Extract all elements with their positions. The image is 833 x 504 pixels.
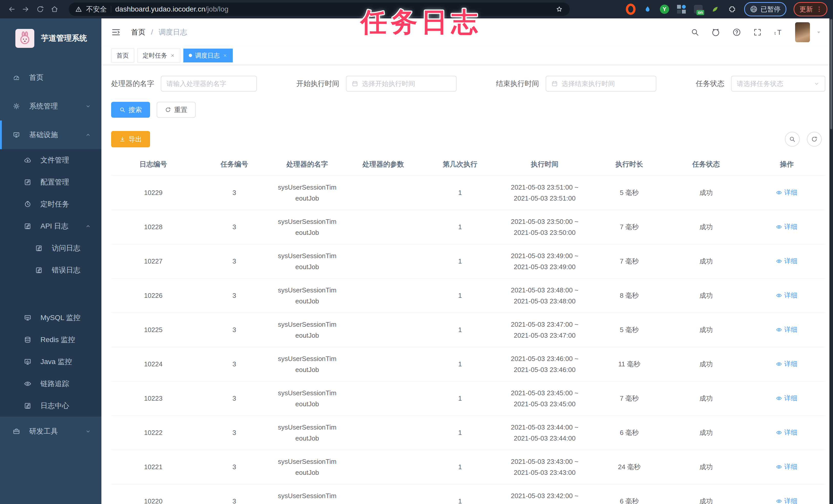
tab-home[interactable]: 首页: [111, 49, 134, 62]
filter-group-begin-time: 开始执行时间选择开始执行时间: [296, 76, 457, 92]
tab-job-log[interactable]: 调度日志: [183, 49, 233, 62]
detail-link[interactable]: 详细: [776, 291, 798, 300]
cell-task-id: 3: [195, 279, 273, 313]
ext-leaf-icon[interactable]: [710, 4, 720, 14]
cell-status: 成功: [664, 416, 748, 450]
reload-icon[interactable]: [34, 3, 46, 15]
paused-label: 已暂停: [761, 5, 781, 14]
tab-close-icon[interactable]: [223, 53, 228, 58]
cell-action: 详细: [748, 347, 825, 381]
sidebar-item-log-center[interactable]: 日志中心: [0, 395, 101, 417]
sidebar-item-scheduled-tasks[interactable]: 定时任务: [0, 193, 101, 215]
sidebar-item-api-logs[interactable]: API 日志: [0, 215, 101, 237]
search-button[interactable]: 搜索: [111, 102, 150, 118]
ext-blue-drop-icon[interactable]: [643, 4, 652, 14]
scrollbar-thumb[interactable]: [830, 19, 832, 129]
breadcrumb-separator: /: [151, 28, 153, 36]
detail-link[interactable]: 详细: [776, 394, 798, 403]
detail-link-label: 详细: [784, 428, 798, 437]
sidebar-item-mysql-monitor[interactable]: MySQL 监控: [0, 307, 101, 329]
svg-text:T: T: [777, 29, 781, 36]
ext-on-badge-icon[interactable]: on: [693, 4, 703, 14]
github-icon[interactable]: [711, 28, 720, 37]
reset-button[interactable]: 重置: [157, 102, 196, 118]
detail-link[interactable]: 详细: [776, 325, 798, 334]
detail-link[interactable]: 详细: [776, 462, 798, 471]
help-icon[interactable]: [732, 28, 741, 37]
sidebar-item-config-mgmt[interactable]: 配置管理: [0, 171, 101, 193]
export-button[interactable]: 导出: [111, 131, 150, 147]
column-header: 处理器的参数: [341, 153, 425, 176]
cell-status: 成功: [664, 484, 748, 504]
submenu-gap: [0, 281, 101, 307]
detail-link[interactable]: 详细: [776, 188, 798, 197]
cell-handler: sysUserSessionTimeoutJob: [273, 416, 341, 450]
search-icon[interactable]: [691, 28, 699, 36]
home-icon[interactable]: [49, 3, 61, 15]
sidebar-item-infrastructure[interactable]: 基础设施: [0, 121, 101, 149]
cell-log-id: 10222: [111, 416, 195, 450]
sidebar-item-access-logs[interactable]: 访问日志: [0, 237, 101, 259]
view-eye-icon: [776, 327, 782, 333]
tab-scheduled-tasks[interactable]: 定时任务: [137, 49, 180, 62]
forward-icon[interactable]: [20, 3, 32, 15]
font-size-icon[interactable]: tT: [774, 27, 783, 37]
fullscreen-icon-glyph: [753, 28, 762, 36]
fullscreen-icon[interactable]: [753, 28, 762, 36]
sidebar-item-trace[interactable]: 链路追踪: [0, 373, 101, 395]
sidebar-item-file-mgmt[interactable]: 文件管理: [0, 149, 101, 171]
breadcrumb-home[interactable]: 首页: [131, 28, 145, 36]
sidebar-item-home[interactable]: 首页: [0, 63, 101, 92]
detail-link[interactable]: 详细: [776, 359, 798, 369]
hamburger-icon[interactable]: [111, 27, 121, 37]
detail-link[interactable]: 详细: [776, 257, 798, 266]
avatar[interactable]: [795, 22, 810, 42]
toggle-search-circle-button[interactable]: [785, 132, 800, 147]
filter-label: 处理器的名字: [111, 79, 154, 89]
ext-squares-icon[interactable]: [676, 4, 686, 14]
sidebar-item-java-monitor[interactable]: Java 监控: [0, 351, 101, 373]
sidebar-item-system-mgmt[interactable]: 系统管理: [0, 92, 101, 121]
cell-task-id: 3: [195, 313, 273, 347]
sidebar-item-redis-monitor[interactable]: Redis 监控: [0, 329, 101, 351]
extensions-puzzle-icon[interactable]: [727, 4, 737, 14]
ext-green-circle-icon[interactable]: Y: [660, 4, 669, 14]
sidebar-item-error-logs[interactable]: 错误日志: [0, 259, 101, 281]
tab-close-icon[interactable]: [170, 53, 175, 58]
ext-orange-ring-icon[interactable]: [626, 4, 636, 14]
app-title: 芋道管理系统: [41, 33, 87, 44]
back-icon[interactable]: [6, 3, 18, 15]
detail-link[interactable]: 详细: [776, 497, 798, 504]
bookmark-star-icon[interactable]: [555, 5, 563, 13]
sidebar-item-label: 日志中心: [41, 401, 91, 411]
address-bar[interactable]: 不安全 dashboard.yudao.iocoder.cn/job/log: [69, 3, 570, 16]
chevron-up-icon: [85, 223, 91, 229]
detail-link[interactable]: 详细: [776, 222, 798, 231]
task-status-select[interactable]: 请选择任务状态: [731, 76, 825, 92]
cell-task-id: 3: [195, 176, 273, 210]
active-tab-dot: [189, 54, 192, 57]
cell-count: 1: [425, 416, 495, 450]
browser-menu-kebab-icon[interactable]: [815, 5, 823, 13]
sidebar-item-label: 研发工具: [29, 427, 77, 436]
begin-time-input[interactable]: 选择开始执行时间: [346, 76, 457, 92]
cell-count: 1: [425, 347, 495, 381]
sidebar-item-dev-tools[interactable]: 研发工具: [0, 417, 101, 446]
cell-task-id: 3: [195, 416, 273, 450]
detail-link[interactable]: 详细: [776, 428, 798, 437]
chevron-up-icon: [85, 132, 91, 138]
sidebar-logo[interactable]: 芋道管理系统: [0, 19, 101, 58]
dashboard-icon: [13, 74, 20, 81]
refresh-circle-button[interactable]: [807, 132, 822, 147]
url-text: dashboard.yudao.iocoder.cn/job/log: [115, 5, 229, 13]
column-header: 日志编号: [111, 153, 195, 176]
cell-time: 2021-05-03 23:48:00 ~2021-05-03 23:48:00: [495, 279, 595, 313]
paused-badge[interactable]: 😄 已暂停: [744, 2, 786, 16]
end-time-input[interactable]: 选择结束执行时间: [546, 76, 656, 92]
handler-name-input[interactable]: 请输入处理器的名字: [161, 76, 257, 92]
download-icon-glyph: [119, 136, 125, 142]
view-eye-icon: [776, 498, 782, 504]
update-button[interactable]: 更新: [793, 2, 827, 16]
avatar-caret-down-icon[interactable]: [815, 29, 822, 35]
hamburger-icon-glyph: [111, 27, 121, 37]
